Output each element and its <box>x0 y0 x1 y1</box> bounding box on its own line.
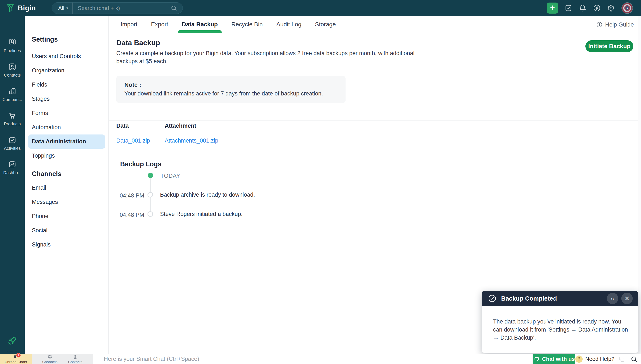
unread-chats-button[interactable]: 1 Unread Chats <box>0 354 32 364</box>
tab-audit-log[interactable]: Audit Log <box>276 16 301 33</box>
log-time: 04:48 PM <box>120 192 147 199</box>
rail-divider <box>7 352 18 352</box>
people-group-icon <box>47 354 53 360</box>
settings-item-data-administration[interactable]: Data Administration <box>28 134 105 149</box>
global-search[interactable]: All ▾ <box>52 2 183 14</box>
page-title: Data Backup <box>116 38 160 47</box>
topbar: Bigin All ▾ + <box>0 0 641 16</box>
question-mark-icon: ? <box>575 356 583 363</box>
rail-label: Activities <box>4 146 21 151</box>
chat-search-icon[interactable] <box>630 356 637 362</box>
rail-label: Products <box>4 122 21 126</box>
page-description: Create a complete backup for your Bigin … <box>116 49 416 65</box>
need-help-button[interactable]: ? Need Help? <box>575 354 615 364</box>
column-header-data: Data <box>116 122 165 129</box>
app-logo[interactable]: Bigin <box>6 4 36 12</box>
timeline-node <box>148 192 153 198</box>
close-notification-button[interactable]: ✕ <box>621 293 633 304</box>
rail-item-activities[interactable]: Activities <box>0 133 25 154</box>
channels-label: Channels <box>42 360 58 364</box>
rail-item-products[interactable]: Products <box>0 109 25 129</box>
log-time: 04:48 PM <box>120 212 147 218</box>
companies-icon <box>8 87 16 95</box>
whats-new-rocket-icon[interactable] <box>0 336 25 345</box>
person-icon <box>73 354 78 360</box>
quick-add-button[interactable]: + <box>547 2 558 14</box>
log-text: Backup archive is ready to download. <box>160 192 255 198</box>
search-input[interactable] <box>73 5 171 12</box>
settings-item-signals[interactable]: Signals <box>25 238 109 252</box>
rail-label: Dashbo... <box>3 170 22 175</box>
dashboards-icon <box>8 160 16 168</box>
tab-recycle-bin[interactable]: Recycle Bin <box>231 16 263 33</box>
plus-icon: + <box>550 4 555 12</box>
settings-item-users-and-controls[interactable]: Users and Controls <box>25 49 109 64</box>
chat-with-us-button[interactable]: Chat with us <box>533 354 575 364</box>
smart-chat-input-area[interactable] <box>93 354 533 364</box>
settings-item-social[interactable]: Social <box>25 223 109 238</box>
chat-with-us-label: Chat with us <box>542 356 575 362</box>
user-avatar[interactable] <box>621 2 633 14</box>
initiate-backup-button[interactable]: Initiate Backup <box>585 40 633 52</box>
tab-storage[interactable]: Storage <box>315 16 336 33</box>
timeline-day-label: TODAY <box>161 173 180 179</box>
rail-label: Pipelines <box>4 48 21 53</box>
activities-icon <box>8 136 16 144</box>
need-help-label: Need Help? <box>585 356 614 362</box>
copy-notes-icon[interactable] <box>619 356 625 362</box>
rail-item-pipelines[interactable]: Pipelines <box>0 36 25 56</box>
settings-item-email[interactable]: Email <box>25 181 109 195</box>
smart-chat-input[interactable] <box>93 354 532 364</box>
chevron-down-icon: ▾ <box>67 6 68 10</box>
tab-data-backup[interactable]: Data Backup <box>182 16 218 33</box>
search-icon[interactable] <box>171 5 177 11</box>
notifications-bell-icon[interactable] <box>579 4 586 12</box>
backup-logs-title: Backup Logs <box>120 160 162 168</box>
contacts-button[interactable]: Contacts <box>68 354 82 364</box>
contacts-label: Contacts <box>68 360 82 364</box>
search-scope-dropdown[interactable]: All ▾ <box>52 5 72 12</box>
note-body: Your download link remains active for 7 … <box>124 90 323 97</box>
timeline-node <box>148 211 153 217</box>
channels-section-title: Channels <box>32 170 62 178</box>
tab-export[interactable]: Export <box>151 16 168 33</box>
settings-item-messages[interactable]: Messages <box>25 195 109 209</box>
chat-shortcuts: Channels Contacts <box>32 354 93 364</box>
smart-chat-bar: 1 Unread Chats Channels Contacts Chat wi… <box>0 354 641 364</box>
table-row: Data_001.zip Attachments_001.zip <box>109 131 638 150</box>
backup-files-table: Data Attachment Data_001.zip Attachments… <box>109 120 638 150</box>
rail-item-contacts[interactable]: Contacts <box>0 60 25 80</box>
unread-count-badge: 1 <box>16 353 21 358</box>
pipelines-icon <box>8 38 16 46</box>
collapse-notification-button[interactable]: « <box>607 293 618 304</box>
notification-header: Backup Completed « ✕ <box>482 291 638 306</box>
rail-item-dashboards[interactable]: Dashbo... <box>0 158 25 178</box>
settings-item-forms[interactable]: Forms <box>25 106 109 120</box>
settings-item-organization[interactable]: Organization <box>25 64 109 78</box>
note-title: Note : <box>124 82 141 88</box>
module-rail: Pipelines Contacts Compan... Products Ac… <box>0 16 25 354</box>
help-guide-link[interactable]: Help Guide <box>596 16 634 33</box>
search-scope-label: All <box>58 5 64 12</box>
table-header-row: Data Attachment <box>109 120 638 131</box>
settings-item-automation[interactable]: Automation <box>25 120 109 134</box>
settings-item-toppings[interactable]: Toppings <box>25 149 109 163</box>
data-zip-link[interactable]: Data_001.zip <box>116 138 165 144</box>
tasks-icon[interactable] <box>564 4 572 12</box>
settings-item-stages[interactable]: Stages <box>25 92 109 106</box>
settings-item-fields[interactable]: Fields <box>25 78 109 92</box>
data-administration-tabbar: Import Export Data Backup Recycle Bin Au… <box>109 16 641 33</box>
channels-button[interactable]: Channels <box>42 354 58 364</box>
whats-new-bolt-icon[interactable] <box>593 4 601 12</box>
attachments-zip-link[interactable]: Attachments_001.zip <box>165 138 638 144</box>
scrollbar-track[interactable] <box>638 16 641 354</box>
settings-gear-icon[interactable] <box>607 4 615 12</box>
tab-import[interactable]: Import <box>121 16 137 33</box>
settings-item-phone[interactable]: Phone <box>25 209 109 223</box>
rail-item-companies[interactable]: Compan... <box>0 84 25 105</box>
settings-title: Settings <box>32 36 58 43</box>
note-box: Note : Your download link remains active… <box>116 76 346 103</box>
rail-label: Compan... <box>3 97 22 102</box>
products-cart-icon <box>8 112 16 120</box>
bigin-funnel-icon <box>6 4 15 12</box>
